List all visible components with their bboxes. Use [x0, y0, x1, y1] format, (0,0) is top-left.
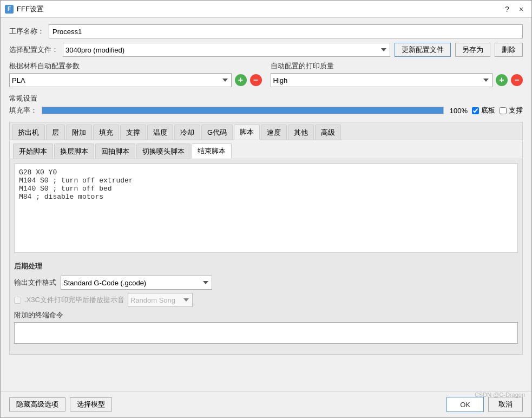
material-add-button[interactable]: + [235, 74, 247, 86]
support-checkbox-group: 支撑 [500, 106, 523, 115]
sub-tab-layer-script[interactable]: 换层脚本 [54, 143, 94, 159]
tab-other[interactable]: 其他 [288, 125, 314, 140]
material-select-row: PLA + − [9, 73, 262, 87]
quality-col: 自动配置的打印质量 High + − [271, 61, 523, 87]
help-button[interactable]: ? [501, 3, 513, 15]
dialog-footer: 隐藏高级选项 选择模型 OK 取消 [1, 391, 531, 417]
material-label: 根据材料自动配置参数 [9, 61, 262, 71]
quality-select[interactable]: High [271, 73, 493, 87]
post-processing-section: 后期处理 输出文件格式 Standard G-Code (.gcode) .X3… [14, 257, 518, 350]
quality-add-button[interactable]: + [496, 74, 508, 86]
x3c-checkbox[interactable] [14, 297, 21, 304]
general-section: 常规设置 填充率： 100% 底板 支撑 [9, 92, 523, 117]
sub-tab-switch-head-script[interactable]: 切换喷头脚本 [136, 143, 191, 159]
tab-script[interactable]: 脚本 [234, 125, 260, 140]
base-plate-checkbox[interactable] [472, 107, 479, 114]
tab-gcode[interactable]: G代码 [201, 125, 233, 140]
tab-speed[interactable]: 速度 [261, 125, 287, 140]
material-remove-button[interactable]: − [250, 74, 262, 86]
base-plate-checkbox-group: 底板 [472, 106, 495, 115]
fill-bar [42, 107, 443, 114]
select-model-button[interactable]: 选择模型 [70, 397, 112, 412]
material-quality-row: 根据材料自动配置参数 PLA + − 自动配置的打印质量 High + − [9, 61, 523, 87]
sub-tab-retract-script[interactable]: 回抽脚本 [95, 143, 135, 159]
process-name-input[interactable] [49, 24, 523, 38]
tab-layer[interactable]: 层 [46, 125, 65, 140]
tab-fill[interactable]: 填充 [93, 125, 119, 140]
sub-tab-end-script[interactable]: 结束脚本 [192, 143, 232, 159]
footer-left-buttons: 隐藏高级选项 选择模型 [9, 397, 112, 412]
material-col: 根据材料自动配置参数 PLA + − [9, 61, 262, 87]
quality-select-row: High + − [271, 73, 523, 87]
process-name-row: 工序名称： [9, 24, 523, 38]
main-tab-bar: 挤出机 层 附加 填充 支撑 温度 冷却 G代码 脚本 速度 其他 高级 [10, 122, 522, 140]
sub-tab-start-script[interactable]: 开始脚本 [13, 143, 53, 159]
base-plate-label: 底板 [481, 106, 495, 115]
window-controls: ? × [501, 3, 527, 15]
fill-percent-label: 100% [448, 107, 468, 115]
support-checkbox[interactable] [500, 107, 507, 114]
quality-label: 自动配置的打印质量 [271, 61, 523, 71]
hide-advanced-button[interactable]: 隐藏高级选项 [9, 397, 65, 412]
update-config-button[interactable]: 更新配置文件 [395, 43, 451, 57]
watermark-text: CSDN @C-Dragon [475, 391, 525, 398]
general-section-title: 常规设置 [9, 94, 523, 103]
script-textarea[interactable]: G28 X0 Y0 M104 S0 ; turn off extruder M1… [15, 164, 517, 251]
config-file-row: 选择配置文件： 3040pro (modified) 更新配置文件 另存为 删除 [9, 43, 523, 57]
material-select[interactable]: PLA [9, 73, 232, 87]
tab-extruder[interactable]: 挤出机 [12, 125, 45, 140]
delete-button[interactable]: 删除 [495, 43, 523, 57]
terminal-section: 附加的终端命令 [14, 310, 518, 345]
x3c-checkbox-row: .X3C文件打印完毕后播放提示音 Random Song [14, 293, 518, 307]
x3c-label: .X3C文件打印完毕后播放提示音 [24, 295, 124, 305]
tab-temp[interactable]: 温度 [147, 125, 173, 140]
close-button[interactable]: × [515, 3, 527, 15]
terminal-label: 附加的终端命令 [14, 310, 518, 320]
config-file-select[interactable]: 3040pro (modified) [63, 43, 390, 57]
fff-dialog: F FFF设置 ? × 工序名称： 选择配置文件： 3040pro (modif… [0, 0, 532, 418]
ok-button[interactable]: OK [446, 397, 484, 412]
tab-addon[interactable]: 附加 [66, 125, 92, 140]
fill-rate-row: 填充率： 100% 底板 支撑 [9, 103, 523, 117]
tab-cool[interactable]: 冷却 [174, 125, 200, 140]
random-song-select[interactable]: Random Song [128, 293, 193, 307]
cancel-button[interactable]: 取消 [488, 397, 523, 412]
tab-panel: 挤出机 层 附加 填充 支撑 温度 冷却 G代码 脚本 速度 其他 高级 开始脚… [9, 122, 523, 355]
tab-support[interactable]: 支撑 [120, 125, 146, 140]
support-label: 支撑 [509, 106, 523, 115]
script-area: G28 X0 Y0 M104 S0 ; turn off extruder M1… [14, 164, 518, 253]
fill-rate-label: 填充率： [9, 106, 37, 115]
dialog-content: 工序名称： 选择配置文件： 3040pro (modified) 更新配置文件 … [1, 18, 531, 391]
quality-remove-button[interactable]: − [511, 74, 523, 86]
output-format-row: 输出文件格式 Standard G-Code (.gcode) [14, 276, 518, 290]
save-as-button[interactable]: 另存为 [455, 43, 490, 57]
process-name-label: 工序名称： [9, 27, 44, 36]
title-bar: F FFF设置 ? × [1, 1, 531, 18]
output-format-select[interactable]: Standard G-Code (.gcode) [61, 276, 212, 290]
tab-advanced[interactable]: 高级 [315, 125, 341, 140]
output-format-label: 输出文件格式 [14, 278, 56, 288]
fill-bar-container [42, 107, 444, 114]
terminal-input[interactable] [14, 322, 518, 344]
dialog-title: FFF设置 [17, 4, 501, 14]
app-icon: F [5, 5, 14, 14]
footer-right-buttons: OK 取消 [446, 397, 523, 412]
script-sub-tab-bar: 开始脚本 换层脚本 回抽脚本 切换喷头脚本 结束脚本 [10, 140, 522, 159]
config-file-label: 选择配置文件： [9, 45, 58, 55]
post-section-title: 后期处理 [14, 262, 518, 271]
